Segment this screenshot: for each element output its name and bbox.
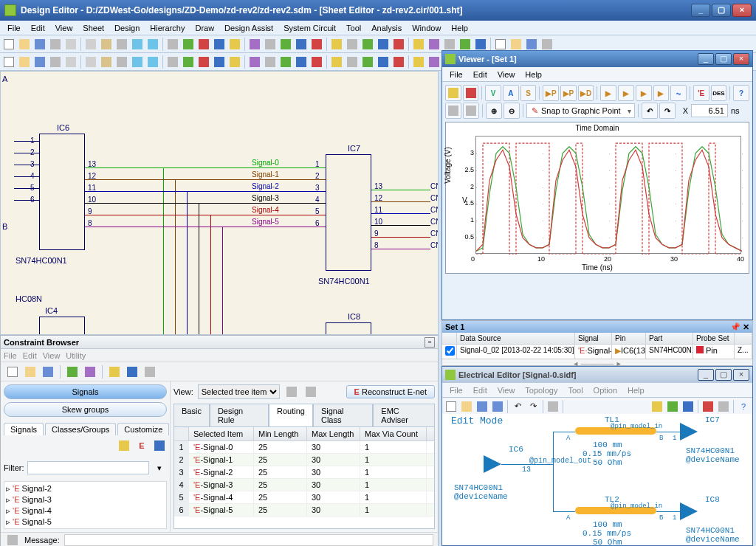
- viewer-s-button[interactable]: S: [520, 85, 537, 101]
- viewer-tool1-icon[interactable]: [445, 85, 461, 101]
- cb-menu-utility[interactable]: Utility: [66, 351, 86, 360]
- menu-analysis[interactable]: Analysis: [367, 22, 406, 34]
- elec-new-icon[interactable]: [444, 399, 458, 414]
- main1-tool-11-icon[interactable]: [181, 37, 196, 52]
- route-tab-signal-class[interactable]: Signal Class: [313, 404, 373, 426]
- main2-tool-1-icon[interactable]: [17, 55, 32, 69]
- ic6-box[interactable]: [39, 134, 85, 250]
- cb-tool4-icon[interactable]: [125, 364, 140, 379]
- main1-tool-23-icon[interactable]: [376, 37, 391, 52]
- cb-tool5-icon[interactable]: [142, 364, 157, 379]
- main1-tool-13-icon[interactable]: [212, 37, 227, 52]
- viewer-menu-edit[interactable]: Edit: [469, 69, 492, 80]
- elec-titlebar[interactable]: Electrical Editor [Signal-0.sidf] _ ▢ ×: [442, 367, 752, 383]
- viewer-probe1-icon[interactable]: ▶P: [543, 85, 559, 101]
- main1-tool-1-icon[interactable]: [17, 37, 32, 52]
- menu-draw[interactable]: Draw: [190, 22, 219, 34]
- viewer-grid2-icon[interactable]: [463, 103, 479, 119]
- menu-window[interactable]: Window: [408, 22, 445, 34]
- route-tab-design-rule[interactable]: Design Rule: [210, 404, 269, 426]
- main1-tool-27-icon[interactable]: [442, 37, 457, 52]
- main1-tool-28-icon[interactable]: [458, 37, 472, 52]
- main2-tool-3-icon[interactable]: [48, 55, 63, 69]
- main1-tool-8-icon[interactable]: [130, 37, 145, 52]
- col-probe-set[interactable]: Probe Set: [693, 333, 735, 344]
- elec-sim1-icon[interactable]: [650, 399, 664, 414]
- col-signal[interactable]: Signal: [575, 333, 612, 344]
- view-opt1-icon[interactable]: [284, 384, 299, 399]
- viewer-help-icon[interactable]: ?: [733, 85, 749, 101]
- set1-row-checkbox[interactable]: [445, 346, 455, 356]
- viewer-menu-help[interactable]: Help: [520, 69, 546, 80]
- cb-menu-view[interactable]: View: [43, 351, 61, 360]
- elec-menu-help[interactable]: Help: [623, 384, 649, 396]
- elec-menu-edit[interactable]: Edit: [469, 384, 492, 396]
- elec-menu-tool[interactable]: Tool: [563, 384, 587, 396]
- menu-design[interactable]: Design: [110, 22, 144, 34]
- viewer-play1-icon[interactable]: ▶: [600, 85, 616, 101]
- main1-tool-25-icon[interactable]: [411, 37, 426, 52]
- viewer-zoom-in-icon[interactable]: ⊕: [486, 103, 502, 119]
- menu-sheet[interactable]: Sheet: [78, 22, 109, 34]
- tree-item[interactable]: ▹ 'E Signal-3: [6, 494, 165, 505]
- snap-mode-select[interactable]: ✎Snap to Graphic Point: [526, 103, 635, 118]
- main1-tool-33-icon[interactable]: [540, 37, 554, 52]
- route-row[interactable]: 1'E-Signal-025301: [174, 441, 434, 454]
- menu-hierarchy[interactable]: Hierarchy: [145, 22, 189, 34]
- viewer-undo-icon[interactable]: ↶: [642, 103, 658, 119]
- cb-tab-classes-groups[interactable]: Classes/Groups: [45, 423, 116, 435]
- cb-tab-customize[interactable]: Customize: [117, 423, 169, 435]
- elec-grid-icon[interactable]: [716, 399, 731, 414]
- elec-undo-icon[interactable]: ↶: [510, 399, 525, 414]
- cb-e-icon[interactable]: E: [134, 438, 149, 453]
- main1-tool-19-icon[interactable]: [309, 37, 324, 52]
- main2-tool-23-icon[interactable]: [376, 55, 391, 69]
- main2-tool-6-icon[interactable]: [99, 55, 114, 69]
- main2-tool-2-icon[interactable]: [32, 55, 47, 69]
- menu-design-assist[interactable]: Design Assist: [220, 22, 278, 34]
- filter-dropdown-icon[interactable]: ▾: [152, 460, 167, 475]
- elec-ic6-symbol[interactable]: [484, 455, 501, 473]
- filter-input[interactable]: [27, 461, 150, 474]
- tree-item[interactable]: ▹ 'E Signal-4: [6, 505, 165, 516]
- elec-help-icon[interactable]: ?: [736, 399, 751, 414]
- main1-tool-4-icon[interactable]: [63, 37, 78, 52]
- elec-saveas-icon[interactable]: [490, 399, 505, 414]
- reconstruct-button[interactable]: E Reconstruct E-net: [346, 385, 435, 398]
- elec-save-icon[interactable]: [475, 399, 489, 414]
- main1-tool-15-icon[interactable]: [247, 37, 262, 52]
- cb-tool3-icon[interactable]: [107, 364, 122, 379]
- elec-menu-file[interactable]: File: [445, 384, 467, 396]
- elec-ic8-symbol[interactable]: [680, 502, 698, 520]
- main1-tool-0-icon[interactable]: [1, 37, 16, 52]
- view-select[interactable]: Selected tree item: [198, 384, 280, 399]
- cb-refresh-icon[interactable]: [152, 438, 167, 453]
- col-part[interactable]: Part: [646, 333, 693, 344]
- main2-tool-9-icon[interactable]: [145, 55, 160, 69]
- elec-open-icon[interactable]: [459, 399, 474, 414]
- viewer-wave-icon[interactable]: ⏦: [670, 85, 687, 101]
- elec-ic7-symbol[interactable]: [680, 423, 698, 440]
- cb-flag-icon[interactable]: [117, 438, 131, 453]
- set1-row[interactable]: Signal-0_02 [2013-02-22 14:05:30] 'E·Sig…: [442, 345, 752, 359]
- elec-sim2-icon[interactable]: [665, 399, 680, 414]
- main2-tool-4-icon[interactable]: [63, 55, 78, 69]
- viewer-play3-icon[interactable]: ▶: [636, 85, 652, 101]
- main2-tool-17-icon[interactable]: [278, 55, 293, 69]
- viewer-play2-icon[interactable]: ▶: [618, 85, 634, 101]
- main1-tool-12-icon[interactable]: [196, 37, 211, 52]
- viewer-tool2-icon[interactable]: [463, 85, 479, 101]
- main1-tool-7-icon[interactable]: [114, 37, 129, 52]
- main2-tool-15-icon[interactable]: [247, 55, 262, 69]
- ic7-box[interactable]: [326, 154, 371, 271]
- message-icon[interactable]: [5, 533, 20, 547]
- route-row[interactable]: 5'E-Signal-425301: [174, 491, 434, 504]
- elec-minimize-button[interactable]: _: [698, 369, 714, 381]
- cb-tab-signals[interactable]: Signals: [4, 423, 44, 435]
- elec-canvas[interactable]: Edit Mode IC6 13 SN74HC00N1 @deviceName …: [442, 414, 752, 545]
- elec-redo-icon[interactable]: ↷: [526, 399, 540, 414]
- col-max-length[interactable]: Max Length: [307, 427, 360, 440]
- viewer-probe3-icon[interactable]: ▶D: [578, 85, 594, 101]
- x-value-input[interactable]: [691, 104, 728, 117]
- menu-file[interactable]: File: [3, 22, 25, 34]
